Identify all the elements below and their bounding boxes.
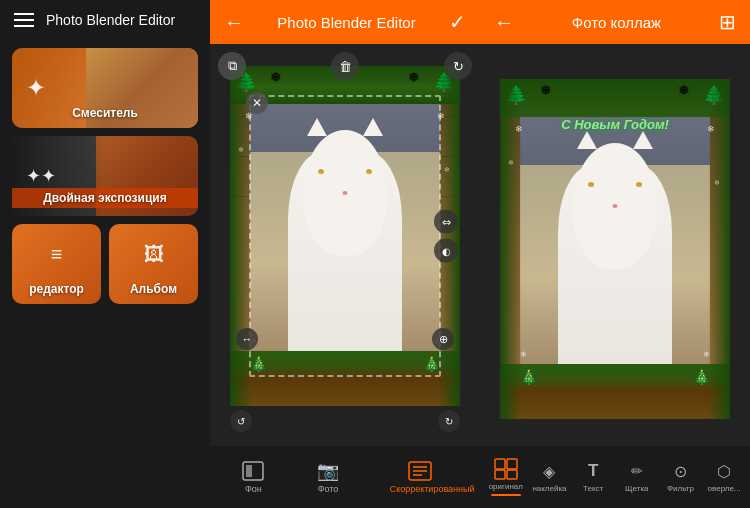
corrected-tool-icon xyxy=(407,460,433,482)
left-panel-title: Photo Blender Editor xyxy=(46,12,175,28)
corrected-tool-label: Скорректированный xyxy=(390,485,450,495)
svg-rect-1 xyxy=(246,465,252,477)
bg-tool-icon xyxy=(240,460,266,482)
redo-tool[interactable]: ↻ xyxy=(438,410,460,432)
bg-tool[interactable]: Фон xyxy=(240,460,266,495)
cat-photo-middle xyxy=(250,96,440,376)
middle-top-tools: ⧉ 🗑 ↻ xyxy=(210,52,480,80)
filter-label: Фильтр xyxy=(667,485,694,494)
dexp-icon: ✦✦ xyxy=(26,165,56,187)
sticker-icon: ◈ xyxy=(535,460,563,482)
svg-rect-9 xyxy=(507,470,517,479)
text-label: Текст xyxy=(583,485,603,494)
hamburger-menu[interactable] xyxy=(14,13,34,27)
layers-tool[interactable]: ⧉ xyxy=(218,52,246,80)
original-icon xyxy=(492,458,520,480)
left-panel: Photo Blender Editor ✦ Смеситель ✦✦ Двой… xyxy=(0,0,210,508)
right-bottom-toolbar: оригинал ◈ наклейка T Текст ✏ Щетка ⊙ Фи… xyxy=(480,446,750,508)
right-photo-frame: С Новым Годом! 🌲 🌲 ❅ ❅ 🎄 🎄 ❄ ❄ ❄ ❄ ❄ ❄ xyxy=(500,79,730,419)
undo-tool[interactable]: ↺ xyxy=(230,410,252,432)
zoom-tool[interactable]: ⊕ xyxy=(432,328,454,350)
right-header: ← Фото коллаж ⊞ xyxy=(480,0,750,44)
text-icon: T xyxy=(579,460,607,482)
sticker-label: наклейка xyxy=(532,485,566,494)
right-back-button[interactable]: ← xyxy=(494,11,514,34)
brush-tool[interactable]: ✏ Щетка xyxy=(619,460,655,494)
photo-frame: 🌲 🌲 ❅ ❅ 🎄 🎄 ❄ ❄ ❄ ❄ ❄ ❄ ✕ xyxy=(230,66,460,406)
mixer-label: Смеситель xyxy=(12,106,198,120)
left-header: Photo Blender Editor xyxy=(0,0,210,40)
right-more-button[interactable]: ⊞ xyxy=(719,10,736,34)
middle-confirm-button[interactable]: ✓ xyxy=(449,10,466,34)
middle-header: ← Photo Blender Editor ✓ xyxy=(210,0,480,44)
middle-bottom-toolbar: Фон 📷 Фото Скорректированный xyxy=(210,446,480,508)
brush-label: Щетка xyxy=(625,485,648,494)
filter-tool[interactable]: ⊙ Фильтр xyxy=(662,460,698,494)
album-card[interactable]: 🖼 Альбом xyxy=(109,224,198,304)
middle-back-button[interactable]: ← xyxy=(224,11,244,34)
double-exposure-card[interactable]: ✦✦ Двойная экспозиция xyxy=(12,136,198,216)
bg-tool-label: Фон xyxy=(245,485,262,495)
right-panel: ← Фото коллаж ⊞ С Новым Годом! xyxy=(480,0,750,508)
mixer-icon: ✦ xyxy=(26,74,46,102)
resize-tool[interactable]: ⇔ xyxy=(434,210,458,234)
bottom-frame-tools: ↺ ↻ xyxy=(230,410,460,432)
ny-text-overlay: С Новым Годом! xyxy=(520,117,710,132)
side-tools: ⇔ ◐ xyxy=(434,210,458,263)
middle-canvas: ⧉ 🗑 ↻ xyxy=(210,44,480,446)
right-canvas: С Новым Годом! 🌲 🌲 ❅ ❅ 🎄 🎄 ❄ ❄ ❄ ❄ ❄ ❄ xyxy=(480,44,750,446)
editor-label: редактор xyxy=(12,282,101,296)
album-label: Альбом xyxy=(109,282,198,296)
brush-icon: ✏ xyxy=(623,460,651,482)
photo-tool-label: Фото xyxy=(318,485,339,495)
opacity-tool[interactable]: ◐ xyxy=(434,239,458,263)
photo-tool-icon: 📷 xyxy=(315,460,341,482)
flip-tool[interactable]: ↔ xyxy=(236,328,258,350)
svg-rect-7 xyxy=(507,459,517,469)
overlay-icon: ⬡ xyxy=(710,460,738,482)
menu-cards: ✦ Смеситель ✦✦ Двойная экспозиция ≡ реда… xyxy=(0,40,210,312)
filter-icon: ⊙ xyxy=(666,460,694,482)
original-tool[interactable]: оригинал xyxy=(488,458,524,497)
rotate-tool[interactable]: ↻ xyxy=(444,52,472,80)
photo-tool[interactable]: 📷 Фото xyxy=(315,460,341,495)
overlay-label: оверле... xyxy=(708,485,741,494)
active-indicator xyxy=(491,494,521,496)
middle-panel: ← Photo Blender Editor ✓ ⧉ 🗑 ↻ xyxy=(210,0,480,508)
svg-rect-8 xyxy=(495,470,505,479)
original-label: оригинал xyxy=(489,483,523,492)
editor-icon: ≡ xyxy=(51,243,63,266)
dexp-label: Двойная экспозиция xyxy=(12,188,198,208)
corrected-tool[interactable]: Скорректированный xyxy=(390,460,450,495)
delete-tool[interactable]: 🗑 xyxy=(331,52,359,80)
svg-rect-6 xyxy=(495,459,505,469)
remove-photo-button[interactable]: ✕ xyxy=(246,92,268,114)
right-panel-title: Фото коллаж xyxy=(572,14,661,31)
sticker-tool[interactable]: ◈ наклейка xyxy=(531,460,567,494)
mixer-card[interactable]: ✦ Смеситель xyxy=(12,48,198,128)
album-icon: 🖼 xyxy=(144,243,164,266)
overlay-tool[interactable]: ⬡ оверле... xyxy=(706,460,742,494)
cat-photo-right xyxy=(520,109,710,389)
editor-card[interactable]: ≡ редактор xyxy=(12,224,101,304)
middle-panel-title: Photo Blender Editor xyxy=(277,14,415,31)
bottom-cards-row: ≡ редактор 🖼 Альбом xyxy=(12,224,198,304)
text-tool[interactable]: T Текст xyxy=(575,460,611,494)
